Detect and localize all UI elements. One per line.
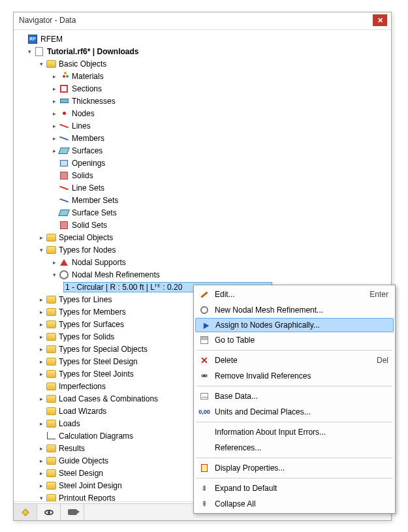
membersets-node[interactable]: ▸Member Sets — [14, 194, 391, 206]
expand-icon: ⇟ — [198, 482, 211, 494]
folder-icon — [46, 344, 56, 354]
twisty-collapsed-icon[interactable]: ▸ — [37, 234, 45, 242]
nodal-supports-node[interactable]: ▸ Nodal Supports — [14, 256, 391, 268]
menu-new[interactable]: New Nodal Mesh Refinement... — [195, 302, 394, 318]
folder-icon — [46, 332, 56, 342]
surfacesets-node[interactable]: ▸Surface Sets — [14, 206, 391, 219]
surfaces-icon — [59, 146, 69, 156]
menu-separator — [196, 350, 392, 351]
display-props-icon — [198, 462, 211, 474]
openings-node[interactable]: ▸Openings — [14, 157, 391, 169]
sections-node[interactable]: ▸Sections — [14, 82, 391, 95]
folder-icon — [46, 443, 56, 454]
menu-units[interactable]: 0,00 Units and Decimal Places... — [195, 404, 394, 420]
twisty-collapsed-icon[interactable]: ▸ — [50, 122, 58, 130]
window-title: Navigator - Data — [19, 12, 76, 28]
folder-icon — [46, 406, 56, 416]
folder-icon — [46, 480, 56, 491]
context-menu: Edit... Enter New Nodal Mesh Refinement.… — [193, 285, 396, 514]
camera-icon — [68, 509, 77, 515]
menu-separator — [196, 422, 392, 422]
table-icon — [198, 334, 211, 346]
basic-objects-label: Basic Objects — [59, 59, 106, 69]
pin-icon — [22, 509, 29, 516]
menu-goto-table[interactable]: Go to Table — [195, 332, 394, 348]
sections-icon — [59, 84, 69, 94]
folder-icon — [46, 356, 56, 367]
nodes-node[interactable]: ▸Nodes — [14, 107, 391, 119]
members-node[interactable]: ▸Members — [14, 132, 391, 144]
project-node[interactable]: ▾ Tutorial.rf6* | Downloads — [14, 45, 391, 57]
folder-icon — [46, 468, 56, 478]
folder-icon — [46, 294, 56, 305]
menu-separator — [196, 478, 392, 478]
folder-icon — [46, 418, 56, 429]
pencil-icon — [198, 289, 211, 300]
lines-icon — [59, 121, 69, 131]
menu-delete[interactable]: ✕ Delete Del — [195, 352, 394, 368]
collapse-icon: ⇞ — [198, 498, 211, 510]
folder-icon — [46, 394, 56, 404]
twisty-expanded-icon[interactable]: ▾ — [25, 48, 33, 55]
surfacesets-icon — [59, 208, 69, 218]
thicknesses-icon — [59, 96, 69, 106]
twisty-collapsed-icon[interactable]: ▸ — [50, 258, 58, 266]
menu-collapse-all[interactable]: ⇞ Collapse All — [195, 496, 394, 512]
remove-refs-icon: ⚮ — [198, 370, 211, 382]
types-for-nodes[interactable]: ▾ Types for Nodes — [14, 243, 391, 256]
menu-references[interactable]: References... — [195, 440, 394, 456]
lines-node[interactable]: ▸Lines — [14, 119, 391, 132]
twisty-expanded-icon[interactable]: ▾ — [50, 271, 58, 279]
menu-base-data[interactable]: Base Data... — [195, 388, 394, 404]
twisty-expanded-icon[interactable]: ▾ — [37, 494, 45, 502]
solids-node[interactable]: ▸Solids — [14, 169, 391, 181]
nodal-mesh-node[interactable]: ▾ Nodal Mesh Refinements — [14, 268, 391, 281]
menu-remove-invalid[interactable]: ⚮ Remove Invalid References — [195, 368, 394, 384]
tab-display[interactable] — [37, 504, 61, 520]
twisty-expanded-icon[interactable]: ▾ — [37, 60, 45, 68]
menu-assign-graphically[interactable]: Assign to Nodes Graphically... — [195, 318, 394, 332]
menu-edit[interactable]: Edit... Enter — [195, 287, 394, 302]
menu-separator — [196, 386, 392, 386]
chart-icon — [46, 431, 56, 441]
folder-icon — [46, 59, 56, 69]
tab-data[interactable] — [14, 504, 37, 520]
linesets-node[interactable]: ▸Line Sets — [14, 181, 391, 194]
menu-expand-default[interactable]: ⇟ Expand to Default — [195, 480, 394, 496]
surfaces-node[interactable]: ▸Surfaces — [14, 144, 391, 157]
root-rfem[interactable]: ▶ RF RFEM — [14, 33, 391, 45]
basic-objects-node[interactable]: ▾ Basic Objects — [14, 57, 391, 70]
folder-icon — [46, 307, 56, 317]
units-icon: 0,00 — [198, 406, 211, 418]
folder-icon — [46, 232, 56, 243]
project-label: Tutorial.rf6* | Downloads — [47, 47, 138, 56]
menu-display-props[interactable]: Display Properties... — [195, 460, 394, 476]
materials-node[interactable]: ▸Materials — [14, 70, 391, 82]
solidsets-node[interactable]: ▸Solid Sets — [14, 219, 391, 231]
twisty-collapsed-icon[interactable]: ▸ — [50, 134, 58, 142]
thicknesses-node[interactable]: ▸Thicknesses — [14, 95, 391, 107]
twisty-collapsed-icon[interactable]: ▸ — [50, 72, 58, 80]
twisty-collapsed-icon[interactable]: ▸ — [50, 110, 58, 117]
menu-separator — [196, 458, 392, 458]
folder-icon — [46, 245, 56, 255]
mesh-icon — [59, 270, 69, 280]
tab-views[interactable] — [61, 504, 84, 520]
solids-icon — [59, 170, 69, 181]
twisty-expanded-icon[interactable]: ▾ — [37, 246, 45, 254]
delete-icon: ✕ — [198, 354, 211, 366]
nodes-icon — [59, 108, 69, 119]
twisty-collapsed-icon[interactable]: ▸ — [50, 147, 58, 155]
support-icon — [59, 257, 69, 268]
folder-icon — [46, 381, 56, 392]
new-icon — [198, 304, 211, 316]
openings-icon — [59, 158, 69, 168]
membersets-icon — [59, 195, 69, 206]
eye-icon — [44, 510, 54, 515]
folder-icon — [46, 493, 56, 503]
twisty-collapsed-icon[interactable]: ▸ — [50, 85, 58, 93]
menu-input-errors[interactable]: Information About Input Errors... — [195, 424, 394, 440]
twisty-collapsed-icon[interactable]: ▸ — [50, 97, 58, 105]
special-objects-node[interactable]: ▸ Special Objects — [14, 231, 391, 243]
close-button[interactable]: ✕ — [373, 14, 387, 26]
